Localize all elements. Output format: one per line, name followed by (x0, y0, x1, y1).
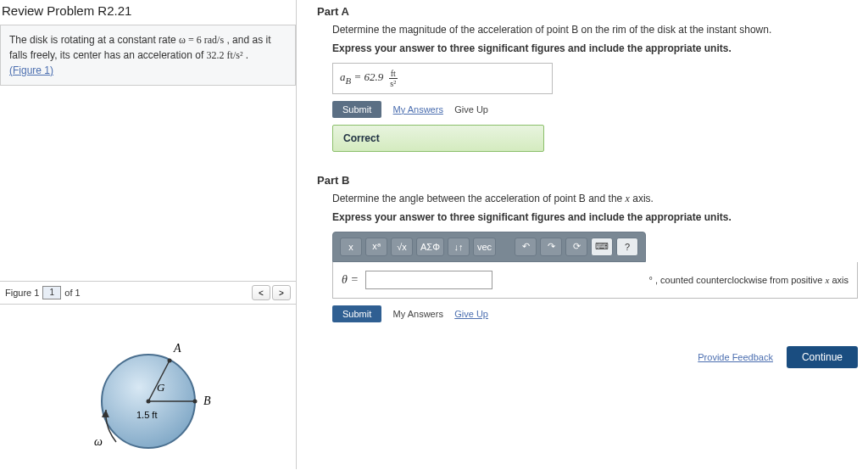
tool-box-icon[interactable]: x (340, 238, 362, 256)
figure-label: Figure 1 (5, 288, 39, 298)
part-b: Part B Determine the angle between the a… (317, 174, 858, 322)
part-a-instr: Express your answer to three significant… (332, 42, 858, 54)
label-A: A (173, 342, 181, 355)
label-B: B (203, 394, 211, 407)
figure-bar: Figure 1 1 of 1 < > (0, 281, 296, 305)
part-a-answer: aB = 62.9 ft s² (332, 63, 553, 94)
part-b-input-row: θ = ° , counted counterclockwise from po… (332, 262, 858, 299)
problem-statement: The disk is rotating at a constant rate … (0, 25, 296, 86)
part-b-desc: Determine the angle between the accelera… (332, 192, 858, 206)
part-a-desc: Determine the magnitude of the accelerat… (332, 23, 858, 37)
tool-superscript-icon[interactable]: xᵃ (365, 238, 387, 256)
part-a-submit-button[interactable]: Submit (332, 101, 381, 118)
svg-point-4 (167, 359, 171, 363)
tool-keyboard-icon[interactable]: ⌨ (591, 238, 613, 256)
figure-of-text: of 1 (64, 288, 80, 298)
tool-greek-icon[interactable]: ΑΣΦ (416, 238, 444, 256)
answer-value: 62.9 (364, 70, 383, 83)
omega-label: ω (94, 435, 103, 448)
figure-next-button[interactable]: > (272, 285, 291, 300)
part-b-submit-button[interactable]: Submit (332, 305, 381, 322)
separator-icon (499, 238, 511, 256)
omega-value: ω = 6 rad/s (179, 34, 224, 46)
tool-reset-icon[interactable]: ⟳ (565, 238, 587, 256)
correct-feedback: Correct (332, 125, 544, 152)
figure-link[interactable]: (Figure 1) (9, 64, 53, 76)
part-a-giveup-link[interactable]: Give Up (454, 104, 488, 115)
radius-label: 1.5 ft (136, 410, 157, 420)
figure-area: A B G 1.5 ft ω (0, 305, 296, 469)
provide-feedback-link[interactable]: Provide Feedback (698, 352, 773, 362)
part-a: Part A Determine the magnitude of the ac… (317, 5, 858, 152)
equation-toolbar: x xᵃ √x ΑΣΦ ↓↑ vec ↶ ↷ ⟳ ⌨ ? (332, 232, 646, 262)
tool-subsuper-icon[interactable]: ↓↑ (448, 238, 470, 256)
tool-vec-icon[interactable]: vec (473, 238, 496, 256)
part-a-head: Part A (317, 5, 858, 18)
svg-point-3 (192, 400, 197, 404)
units-bot: s² (389, 79, 398, 88)
figure-selector[interactable]: 1 (42, 286, 61, 299)
part-b-myanswers-link[interactable]: My Answers (393, 309, 443, 319)
part-b-giveup-link[interactable]: Give Up (454, 309, 488, 319)
label-G: G (157, 381, 165, 394)
units-top: ft (389, 69, 398, 79)
answer-eq: = (351, 70, 364, 83)
tool-sqrt-icon[interactable]: √x (391, 238, 413, 256)
part-b-head: Part B (317, 174, 858, 187)
page-title: Review Problem R2.21 (0, 0, 296, 25)
continue-button[interactable]: Continue (787, 346, 858, 368)
theta-label: θ = (342, 273, 359, 287)
tool-redo-icon[interactable]: ↷ (540, 238, 562, 256)
footer-row: Provide Feedback Continue (317, 346, 858, 368)
svg-point-5 (146, 400, 150, 404)
tool-undo-icon[interactable]: ↶ (515, 238, 537, 256)
part-b-instr: Express your answer to three significant… (332, 211, 858, 223)
theta-input[interactable] (365, 271, 492, 289)
center-accel: 32.2 ft/s² (207, 49, 243, 61)
unit-note: ° , counted counterclockwise from positi… (648, 275, 849, 285)
problem-text-1: The disk is rotating at a constant rate (9, 34, 179, 46)
part-a-myanswers-link[interactable]: My Answers (393, 104, 443, 115)
figure-prev-button[interactable]: < (252, 285, 270, 300)
problem-text-3: . (246, 49, 248, 61)
tool-help-icon[interactable]: ? (616, 238, 638, 256)
disk-figure: A B G 1.5 ft ω (55, 316, 242, 469)
